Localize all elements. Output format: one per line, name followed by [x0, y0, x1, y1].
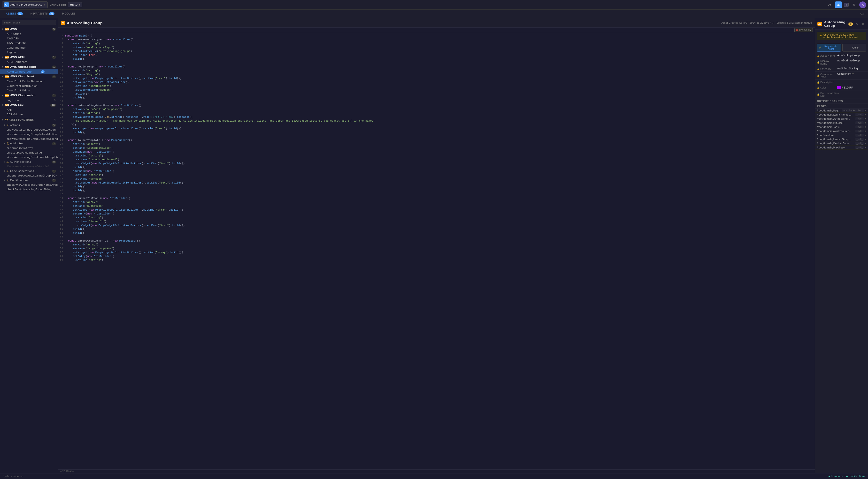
upload-icon[interactable] — [835, 1, 842, 8]
sub-category-qualifications[interactable]: ▼ f() Qualifications 2 — [0, 178, 58, 182]
aws-cloudwatch-icon: AWS — [5, 94, 9, 97]
code-line: 31 .addChild(new PropBuilder() — [58, 150, 815, 154]
qualifications-status[interactable]: Qualifications — [846, 475, 865, 478]
avatar[interactable]: A — [859, 1, 866, 8]
sidebar-item-from-launch-template[interactable]: si:awsAutoscalingFromLaunchTemplate — [0, 155, 58, 160]
category-aws-autoscaling[interactable]: ▼ AWS AWS AutoScaling 1 — [0, 64, 58, 69]
chevron-down-icon: ▼ — [2, 119, 3, 121]
chevron-down-icon: ▼ — [4, 170, 5, 172]
sidebar-item-cf-origin[interactable]: CloudFront Origin — [0, 88, 58, 93]
chevron-down-icon[interactable]: ▼ — [865, 134, 866, 136]
edit-functions-icon[interactable]: ✎ — [54, 118, 56, 122]
sidebar-item-cf-dist[interactable]: CloudFront Distribution — [0, 84, 58, 88]
chevron-down-icon: ▼ — [2, 104, 3, 106]
chevron-down-icon: ▼ — [2, 66, 3, 68]
chevron-down-icon[interactable]: ▼ — [865, 126, 866, 128]
sidebar-item-check-sizing[interactable]: checkAwsAutoscalingGroupSizing — [0, 187, 58, 192]
sidebar-item-check-name[interactable]: checkAwsAutoscalingGroupNameAvailable — [0, 182, 58, 187]
code-line: 42 — [58, 193, 815, 196]
chevron-down-icon[interactable]: ▼ — [865, 146, 866, 149]
code-line: 43 const subnetIdsProp = new PropBuilder… — [58, 196, 815, 200]
rp-expand-icon[interactable]: ⇄ — [861, 22, 866, 26]
sub-category-code-gen[interactable]: ▼ f() Code Generations 1 — [0, 169, 58, 173]
category-value: AWS AutoScaling — [837, 67, 866, 70]
sidebar-item-aws-arn[interactable]: AWS ARN — [0, 36, 58, 41]
asset-functions-header[interactable]: ▼ f() ASSET FUNCTIONS ✎ — [0, 117, 58, 123]
nav-tabs: ASSETS 82 NEW ASSETS 36 MODULES ↻ + — [0, 10, 868, 19]
change-set-dropdown[interactable]: HEAD ▼ — [68, 2, 82, 7]
aws-autoscaling-count: 1 — [52, 66, 56, 68]
category-aws[interactable]: ▼ AWS AWS 5 — [0, 27, 58, 32]
sub-category-authentications[interactable]: ▶ f() Authentications 0 — [0, 160, 58, 164]
aws-cloudfront-icon: AWS — [5, 75, 9, 78]
tab-assets[interactable]: ASSETS 82 — [2, 10, 27, 19]
category-aws-acm[interactable]: ▼ AWS AWS ACM 1 — [0, 55, 58, 60]
prop-row: /root/domain/AutoScaling... _null_ ▼ — [815, 117, 868, 121]
settings-icon[interactable] — [850, 1, 857, 8]
workspace-selector[interactable]: AP Adam's Prod Workspace ▼ — [2, 1, 48, 8]
function-icon: f() — [6, 142, 9, 145]
read-only-badge[interactable]: ✕ Read-only — [795, 28, 813, 32]
chevron-down-icon: ▼ — [4, 142, 5, 145]
code-line: 16 .build()) — [58, 92, 815, 96]
people-icon[interactable] — [826, 1, 833, 8]
chevron-down-icon[interactable]: ▼ — [865, 122, 866, 124]
sidebar-item-normalize[interactable]: si:normalizeToArray — [0, 146, 58, 150]
chevron-down-icon[interactable]: ▼ — [865, 109, 866, 112]
category-aws-cloudwatch[interactable]: ▼ AWS AWS Cloudwatch 1 — [0, 93, 58, 98]
code-line: 34 .setWidget(new PropWidgetDefinitionBu… — [58, 162, 815, 165]
sidebar-item-autoscaling-group[interactable]: AutoScaling Group 2 ✎ — [0, 69, 58, 74]
sidebar-item-resource-payload[interactable]: si:resourcePayloadToValue — [0, 150, 58, 155]
sidebar-item-caller-identity[interactable]: Caller Identity — [0, 45, 58, 50]
edit-notice: 🔒 Click edit to create a new editable ve… — [817, 32, 866, 40]
code-line: 21 .setKind("string") — [58, 111, 815, 115]
chevron-down-icon[interactable]: ▼ — [865, 138, 866, 140]
kb-key[interactable]: k — [844, 3, 849, 7]
rp-settings-icon[interactable]: ⚙ — [855, 22, 860, 26]
code-line: 8 — [58, 61, 815, 65]
code-line: 35 .build()) — [58, 165, 815, 169]
sub-category-actions[interactable]: ▼ f() Actions 5 — [0, 123, 58, 128]
edit-icon[interactable]: ✎ — [54, 70, 56, 73]
code-line: 48 .setKind("string") — [58, 216, 815, 219]
code-line: 9 const regionProp = new PropBuilder() — [58, 65, 815, 69]
status-dot — [846, 476, 848, 477]
code-line: 41 .build(); — [58, 189, 815, 193]
chevron-down-icon[interactable]: ▼ — [865, 118, 866, 120]
sidebar-item-region[interactable]: Region — [0, 50, 58, 55]
sidebar-item-log-group[interactable]: Log Group ✎ — [0, 98, 58, 103]
auth-count: 0 — [52, 161, 56, 164]
chevron-down-icon[interactable]: ▼ — [865, 130, 866, 132]
sidebar-item-cf-cache[interactable]: CloudFront Cache Behaviour — [0, 79, 58, 84]
code-line: 38 .setName("Version") — [58, 177, 815, 181]
add-icon[interactable]: + — [864, 12, 866, 15]
sidebar-item-acm-certificate[interactable]: ACM Certificate — [0, 60, 58, 64]
clone-button[interactable]: ⎘ Clone — [842, 44, 866, 52]
code-line: 55 .setKind("array") — [58, 243, 815, 247]
svg-point-1 — [830, 4, 831, 5]
sidebar-item-aws-credential[interactable]: AWS Credential — [0, 41, 58, 45]
prop-row: /root/domain/MinSize← _null_ ▼ — [815, 121, 868, 125]
category-aws-cloudfront[interactable]: ▼ AWS AWS CloudFront 3 — [0, 74, 58, 79]
sidebar-item-ami[interactable]: AMI — [0, 108, 58, 112]
resources-status[interactable]: Resources — [829, 475, 843, 478]
code-content[interactable]: 1function main() { 2 const awsResourceTy… — [58, 33, 815, 469]
regenerate-button[interactable]: ⚡ Regenerate Asset — [817, 44, 841, 52]
sidebar-item-update-action[interactable]: si:awsAutoscalingGroupUpdateScalingActio… — [0, 137, 58, 141]
sidebar-item-ebs-volume[interactable]: EBS Volume — [0, 112, 58, 117]
tab-modules[interactable]: MODULES — [58, 10, 80, 19]
sidebar-item-arn-string[interactable]: ARN String — [0, 32, 58, 36]
sidebar-item-refresh-action[interactable]: si:awsAutoscalingGroupRefreshAction — [0, 132, 58, 137]
chevron-down-icon[interactable]: ▼ — [865, 114, 866, 116]
search-input[interactable] — [2, 20, 56, 25]
category-aws-ec2[interactable]: ▼ AWS AWS EC2 18 — [0, 103, 58, 108]
sidebar-item-delete-action[interactable]: si:awsAutoscalingGroupDeleteAction — [0, 128, 58, 132]
sidebar-item-generate-json[interactable]: si:generateAwsAutoscalingGroupJSON — [0, 173, 58, 178]
sub-category-attributes[interactable]: ▼ f() Attributes 3 — [0, 141, 58, 146]
code-line: 51 .build()) — [58, 227, 815, 231]
code-toolbar: ✕ Read-only — [58, 28, 815, 33]
chevron-down-icon[interactable]: ▼ — [865, 142, 866, 145]
tab-new-assets[interactable]: NEW ASSETS 36 — [27, 10, 58, 19]
asset-type-icon: AS — [61, 21, 65, 25]
edit-log-icon[interactable]: ✎ — [54, 99, 56, 102]
